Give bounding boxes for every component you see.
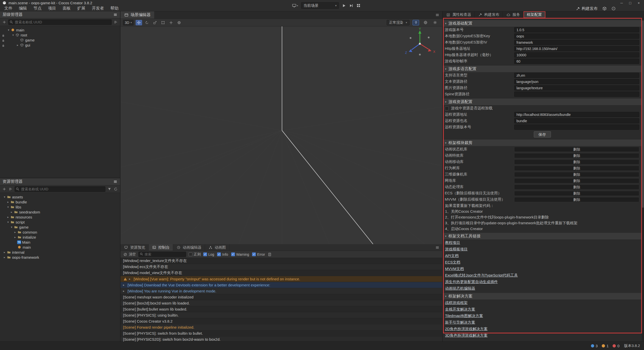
- hierarchy-node-row[interactable]: ▾main: [0, 27, 120, 32]
- scale-tool-button[interactable]: [152, 20, 158, 25]
- remote-load-checkbox[interactable]: [445, 106, 449, 110]
- lock-icon[interactable]: [2, 38, 5, 43]
- autoscroll-icon[interactable]: [267, 253, 272, 256]
- add-node-button[interactable]: [2, 20, 7, 24]
- field-input[interactable]: [514, 59, 639, 64]
- refresh-icon[interactable]: [113, 187, 118, 191]
- tab-动画图[interactable]: 动画图: [205, 244, 229, 251]
- play-button[interactable]: [342, 4, 346, 8]
- log-row[interactable]: [Scene] meshopt wasm decoder initialized: [120, 294, 442, 300]
- delete-button[interactable]: 删除: [514, 172, 639, 177]
- tab-动画编辑器[interactable]: 动画编辑器: [173, 244, 205, 251]
- field-input[interactable]: [514, 112, 639, 117]
- log-row[interactable]: ▸[Window] [Vue warn]: Property "onInput"…: [120, 276, 442, 282]
- rotate-tool-button[interactable]: [144, 20, 150, 25]
- inspector-scrollbar[interactable]: [642, 18, 644, 341]
- world-tool-button[interactable]: [176, 20, 182, 25]
- light-toggle-button[interactable]: [413, 20, 419, 25]
- field-input[interactable]: [514, 46, 639, 51]
- tab-属性检查器[interactable]: 属性检查器: [443, 11, 475, 18]
- preview-device-button[interactable]: ▾: [292, 4, 298, 8]
- tab-服务[interactable]: 服务: [503, 11, 524, 18]
- log-row[interactable]: [Window] ecs文件夹不存在: [120, 264, 442, 270]
- checkbox[interactable]: ✓: [217, 252, 221, 256]
- field-input[interactable]: [514, 79, 639, 84]
- delete-button[interactable]: 删除: [514, 197, 639, 202]
- checkbox[interactable]: ✓: [231, 252, 235, 256]
- hierarchy-search-input[interactable]: [8, 19, 112, 25]
- doc-link[interactable]: 动画状态机编辑器: [445, 286, 475, 291]
- section-header[interactable]: ▾游戏资源配置: [443, 99, 642, 105]
- filter-log[interactable]: ✓Log: [203, 252, 214, 256]
- doc-link[interactable]: API文档: [445, 253, 459, 258]
- mode-3d-toggle[interactable]: 3D▾: [123, 20, 134, 25]
- chevron-right-icon[interactable]: ▸: [16, 43, 20, 47]
- scene-settings-gear-button[interactable]: [432, 20, 438, 25]
- menu-item[interactable]: 帮助: [107, 6, 122, 11]
- field-input[interactable]: [514, 124, 639, 130]
- doc-link[interactable]: 教程项目: [445, 240, 460, 245]
- menu-item[interactable]: 扩展: [74, 6, 89, 11]
- doc-link[interactable]: 3D角色扮演游戏解决方案: [445, 333, 488, 338]
- field-input[interactable]: [514, 92, 639, 97]
- expand-chevron-icon[interactable]: ▸: [123, 283, 126, 287]
- section-header[interactable]: ▾框架文档工具链接: [443, 233, 642, 239]
- section-header[interactable]: ▾框架模块裁剪: [443, 140, 642, 146]
- recttool-tool-button[interactable]: [160, 20, 166, 25]
- field-input[interactable]: [514, 40, 639, 45]
- tab-框架配置[interactable]: 框架配置: [524, 11, 545, 18]
- field-input[interactable]: [514, 27, 639, 32]
- move-tool-button[interactable]: [136, 20, 142, 25]
- menu-item[interactable]: 面板: [59, 6, 74, 11]
- log-row[interactable]: [Scene] [PHYSICS]: using builtin.: [120, 312, 442, 318]
- hierarchy-filter-icon[interactable]: [113, 20, 118, 24]
- chevron-down-icon[interactable]: ▾: [3, 195, 7, 199]
- delete-button[interactable]: 删除: [514, 159, 639, 164]
- asset-node-row[interactable]: ▾assets: [0, 194, 120, 199]
- tab-构建发布[interactable]: 构建发布: [475, 11, 503, 18]
- log-row[interactable]: [Window] render_texture文件夹不存在: [120, 258, 442, 264]
- hierarchy-node-row[interactable]: ▾root: [0, 32, 120, 37]
- chevron-right-icon[interactable]: ▸: [13, 236, 17, 239]
- chevron-right-icon[interactable]: ▸: [3, 256, 7, 259]
- asset-node-row[interactable]: ▸initialize: [0, 235, 120, 240]
- doc-link[interactable]: ECS文档: [445, 260, 460, 265]
- scene-select-dropdown[interactable]: 当前场景▾: [301, 2, 339, 9]
- console-log-list[interactable]: [Window] render_texture文件夹不存在[Window] ec…: [120, 258, 442, 341]
- doc-link[interactable]: 战棋游戏框架: [445, 300, 468, 305]
- chevron-right-icon[interactable]: ▸: [6, 215, 10, 219]
- doc-link[interactable]: 全栈开发解决方案: [445, 307, 475, 312]
- asset-node-row[interactable]: ▾libs: [0, 204, 120, 209]
- asset-node-row[interactable]: main: [0, 245, 120, 250]
- menu-item[interactable]: 文件: [1, 6, 16, 11]
- log-row[interactable]: [Scene] [box2d]:box2d wasm lib loaded.: [120, 300, 442, 306]
- log-row[interactable]: [Scene] Forward render pipeline initiali…: [120, 324, 442, 330]
- warning-count[interactable]: 1: [602, 344, 609, 348]
- asset-node-row[interactable]: ▾script: [0, 220, 120, 225]
- field-input[interactable]: [514, 33, 639, 39]
- scene-menu-icon[interactable]: [432, 11, 442, 19]
- scrollbar-thumb[interactable]: [642, 20, 644, 208]
- log-row[interactable]: [Scene] [PHYSICS2D]: switch from box2d-w…: [120, 336, 442, 341]
- log-row[interactable]: [Scene] [PHYSICS]: switch from builtin t…: [120, 330, 442, 336]
- assets-search-input[interactable]: [15, 186, 105, 192]
- delete-button[interactable]: 删除: [514, 191, 639, 196]
- regex-checkbox[interactable]: [189, 252, 192, 256]
- filter-error[interactable]: ✓Error: [252, 252, 265, 256]
- section-header[interactable]: ▾游戏基础配置: [443, 20, 642, 27]
- delete-button[interactable]: 删除: [514, 147, 639, 152]
- lock-icon[interactable]: [2, 43, 5, 48]
- maximize-button[interactable]: □: [626, 0, 634, 6]
- tab-资源预览[interactable]: 资源预览: [120, 244, 149, 251]
- assets-menu-icon[interactable]: [113, 180, 117, 184]
- scene-viewport[interactable]: Y X Z: [120, 26, 442, 244]
- doc-link[interactable]: Tiledmap地图解决方案: [445, 314, 483, 318]
- render-mode-dropdown[interactable]: 正常渲染▾: [387, 20, 410, 25]
- menu-item[interactable]: 开发者: [89, 6, 107, 11]
- gizmo-visibility-button[interactable]: [422, 20, 429, 25]
- menu-item[interactable]: 编辑: [16, 6, 30, 11]
- asset-node-row[interactable]: ▾game: [0, 225, 120, 230]
- asset-node-row[interactable]: ▸seedrandom: [0, 209, 120, 214]
- chevron-right-icon[interactable]: ▸: [10, 210, 14, 214]
- chevron-right-icon[interactable]: ▸: [13, 231, 17, 234]
